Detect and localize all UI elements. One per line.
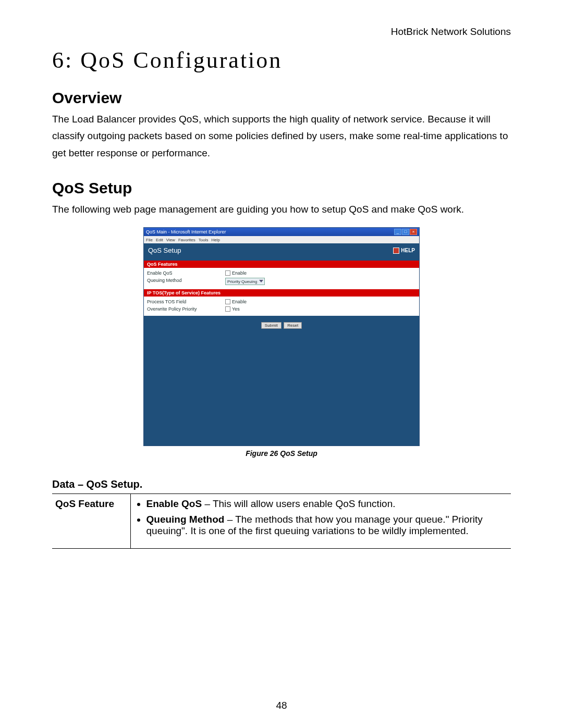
submit-button[interactable]: Submit (261, 322, 282, 329)
menu-favorites[interactable]: Favorites (178, 238, 195, 242)
row-process-tos-label: Process TOS Field (147, 299, 225, 304)
data-table-cell: Enable QoS – This will allow users enabl… (130, 494, 511, 549)
data-item-queuing-method: Queuing Method – The methods that how yo… (146, 514, 506, 537)
help-icon (393, 248, 399, 254)
group-ip-tos-header: IP TOS(Type of Service) Features (144, 289, 419, 297)
data-item-enable-qos: Enable QoS – This will allow users enabl… (146, 498, 506, 510)
process-tos-checkbox[interactable] (225, 299, 230, 304)
panel-title: QoS Setup (148, 246, 181, 254)
section-setup-body: The following web page management are gu… (52, 201, 511, 218)
help-button[interactable]: HELP (393, 248, 415, 254)
data-item-term: Queuing Method (146, 514, 225, 525)
window-titlebar: QoS Main - Microsoft Internet Explorer _… (144, 228, 419, 236)
figure-qos-setup: QoS Main - Microsoft Internet Explorer _… (143, 227, 420, 458)
chapter-title: 6: QoS Configuration (52, 47, 511, 73)
window-menubar: File Edit View Favorites Tools Help (144, 236, 419, 243)
section-setup-heading: QoS Setup (52, 179, 511, 197)
data-item-desc: – This will allow users enable QoS funct… (202, 498, 395, 509)
window-close-button[interactable]: × (410, 229, 417, 235)
window-minimize-button[interactable]: _ (394, 229, 401, 235)
menu-edit[interactable]: Edit (156, 238, 163, 242)
page-number: 48 (0, 700, 563, 711)
enable-qos-checkbox[interactable] (225, 270, 230, 276)
figure-caption: Figure 26 QoS Setup (143, 449, 420, 458)
section-overview-body: The Load Balancer provides QoS, which su… (52, 111, 511, 162)
reset-button[interactable]: Reset (284, 322, 302, 329)
page-header-brand: HotBrick Network Solutions (52, 26, 511, 38)
menu-file[interactable]: File (146, 238, 153, 242)
menu-help[interactable]: Help (211, 238, 219, 242)
data-table: QoS Feature Enable QoS – This will allow… (52, 493, 511, 549)
section-overview-heading: Overview (52, 89, 511, 107)
process-tos-option-text: Enable (232, 299, 247, 304)
window-maximize-button[interactable]: □ (402, 229, 409, 235)
menu-view[interactable]: View (166, 238, 175, 242)
group-qos-features-header: QoS Features (144, 261, 419, 268)
help-label: HELP (401, 248, 415, 253)
data-table-heading: Data – QoS Setup. (52, 478, 511, 490)
queuing-method-value: Priority Queuing (227, 279, 257, 284)
row-overwrite-priority-label: Overwrite Policy Priority (147, 306, 225, 312)
enable-qos-option-text: Enable (232, 270, 247, 276)
menu-tools[interactable]: Tools (199, 238, 209, 242)
data-table-col1: QoS Feature (52, 494, 130, 549)
queuing-method-select[interactable]: Priority Queuing (225, 278, 265, 285)
overwrite-priority-option-text: Yes (232, 306, 240, 312)
window-title: QoS Main - Microsoft Internet Explorer (146, 229, 394, 235)
overwrite-priority-checkbox[interactable] (225, 306, 230, 312)
row-enable-qos-label: Enable QoS (147, 270, 225, 276)
row-queuing-method-label: Queuing Method (147, 278, 225, 285)
data-item-term: Enable QoS (146, 498, 202, 509)
